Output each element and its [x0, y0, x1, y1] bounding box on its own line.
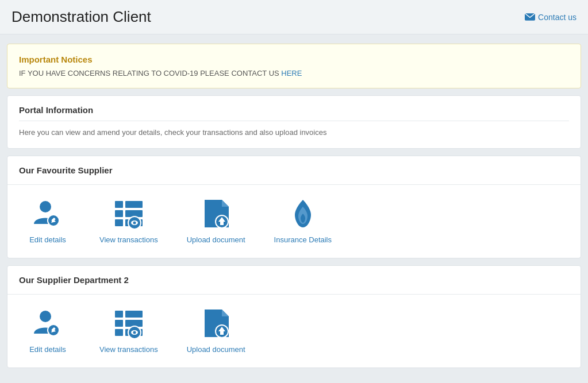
insurance-icon: [286, 196, 320, 231]
svg-point-1: [40, 201, 51, 212]
upload-doc-icon: [199, 196, 233, 231]
view-transactions-icon: [112, 196, 146, 231]
notices-body: IF YOU HAVE CONCERNS RELATING TO COVID-1…: [19, 69, 569, 78]
svg-point-31: [133, 331, 136, 334]
svg-rect-25: [125, 311, 143, 318]
edit-user-icon-2: [30, 306, 65, 341]
supplier-1-actions: Edit details: [7, 185, 581, 258]
edit-details-1-button[interactable]: Edit details: [25, 196, 71, 244]
upload-document-2-label: Upload document: [187, 345, 245, 354]
insurance-details-1-label: Insurance Details: [274, 235, 332, 244]
svg-rect-22: [115, 311, 123, 318]
svg-rect-5: [115, 201, 123, 208]
header: Demonstration Client Contact us: [0, 0, 588, 34]
portal-info-title: Portal Information: [19, 105, 569, 121]
svg-rect-7: [115, 219, 123, 226]
view-transactions-1-button[interactable]: View transactions: [99, 196, 158, 244]
notices-link[interactable]: HERE: [281, 69, 302, 78]
view-transactions-2-button[interactable]: View transactions: [99, 306, 158, 354]
svg-rect-8: [125, 201, 143, 208]
contact-us-label: Contact us: [538, 13, 577, 22]
upload-doc-icon-2: [199, 306, 233, 341]
important-notices-card: Important Notices IF YOU HAVE CONCERNS R…: [7, 44, 581, 88]
view-transactions-2-label: View transactions: [99, 345, 158, 354]
edit-user-icon: [30, 196, 65, 231]
edit-details-2-button[interactable]: Edit details: [25, 306, 71, 354]
svg-rect-23: [115, 320, 123, 327]
portal-info-description: Here you can view and amend your details…: [19, 128, 569, 137]
svg-point-18: [40, 311, 51, 322]
svg-point-14: [133, 222, 136, 225]
insurance-details-1-button[interactable]: Insurance Details: [274, 196, 332, 244]
portal-info-card: Portal Information Here you can view and…: [7, 95, 581, 149]
notices-text: IF YOU HAVE CONCERNS RELATING TO COVID-1…: [19, 69, 281, 78]
view-transactions-1-label: View transactions: [99, 235, 158, 244]
upload-document-2-button[interactable]: Upload document: [187, 306, 245, 354]
supplier-card-1: Our Favourite Supplier: [7, 156, 581, 258]
main-content: Important Notices IF YOU HAVE CONCERNS R…: [0, 34, 588, 377]
upload-document-1-button[interactable]: Upload document: [187, 196, 245, 244]
supplier-2-name: Our Supplier Department 2: [7, 266, 581, 295]
view-transactions-icon-2: [112, 306, 146, 341]
page-title: Demonstration Client: [11, 8, 151, 26]
edit-details-2-label: Edit details: [29, 345, 66, 354]
supplier-2-actions: Edit details: [7, 295, 581, 367]
svg-rect-24: [115, 329, 123, 336]
mail-icon: [525, 13, 535, 21]
upload-document-1-label: Upload document: [187, 235, 245, 244]
contact-us-link[interactable]: Contact us: [525, 13, 577, 22]
svg-rect-6: [115, 210, 123, 217]
notices-title: Important Notices: [19, 55, 569, 64]
supplier-card-2: Our Supplier Department 2 Edit details: [7, 265, 581, 368]
supplier-1-name: Our Favourite Supplier: [7, 156, 581, 185]
edit-details-1-label: Edit details: [29, 235, 66, 244]
